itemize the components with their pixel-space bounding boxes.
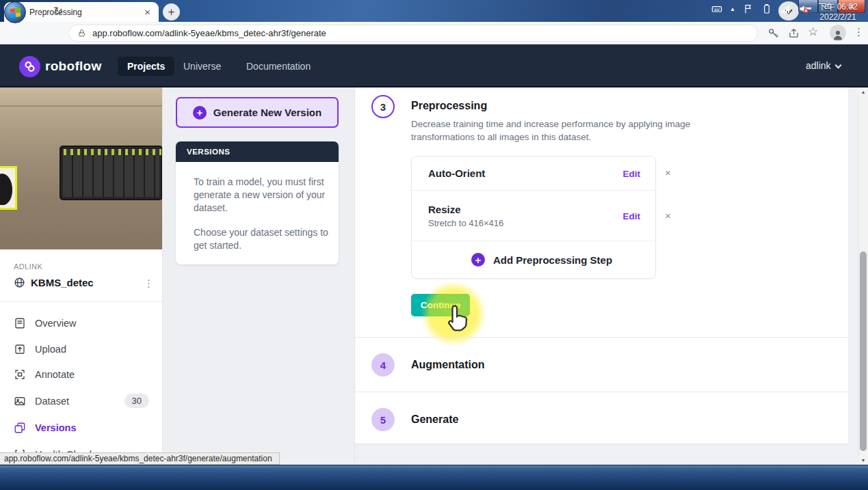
versions-card-paragraph-2: Choose your dataset settings to get star… xyxy=(194,226,329,252)
versions-icon xyxy=(14,422,26,434)
url-text: app.roboflow.com/adlink-5yeae/kbms_detec… xyxy=(92,28,326,38)
address-bar[interactable]: app.roboflow.com/adlink-5yeae/kbms_detec… xyxy=(68,25,758,42)
tab-title: Preprocessing xyxy=(29,8,142,17)
clock-time: 下午 06:02 xyxy=(811,2,865,12)
battery-icon[interactable] xyxy=(761,3,772,14)
start-button[interactable] xyxy=(4,1,26,23)
windows-logo-icon xyxy=(10,8,21,18)
action-center-flag-icon[interactable] xyxy=(743,3,754,14)
project-name: KBMS_detec xyxy=(31,277,94,288)
sidebar-item-annotate[interactable]: Annotate xyxy=(0,362,163,387)
mouse-annotation-box xyxy=(0,166,17,210)
keyboard-in-photo xyxy=(60,146,163,200)
scroll-up-arrow[interactable]: ▲ xyxy=(858,87,868,96)
sidebar-item-versions[interactable]: Versions xyxy=(0,415,163,440)
divider xyxy=(0,301,163,302)
windows-taskbar xyxy=(0,465,868,490)
plus-icon: + xyxy=(193,106,207,120)
annotate-icon xyxy=(14,368,26,381)
annotation-marks xyxy=(64,149,161,155)
volume-muted-icon[interactable] xyxy=(798,3,809,14)
step-5-title: Generate xyxy=(411,413,458,426)
step-4-row[interactable]: 4 Augmentation xyxy=(355,338,848,392)
versions-card-paragraph-1: To train a model, you must first generat… xyxy=(194,176,329,215)
step-5-row[interactable]: 5 Generate xyxy=(355,392,848,447)
share-icon[interactable] xyxy=(787,26,800,40)
browser-menu-icon[interactable]: ⋮ xyxy=(854,26,864,38)
plus-icon: + xyxy=(471,253,485,267)
scrollbar-thumb[interactable] xyxy=(860,251,867,451)
versions-card: VERSIONS To train a model, you must firs… xyxy=(176,141,339,264)
step-3-circle: 3 xyxy=(371,95,395,118)
dataset-count-badge: 30 xyxy=(124,394,149,408)
account-name: adlink xyxy=(806,60,831,71)
add-preprocessing-step-row[interactable]: + Add Preprocessing Step xyxy=(412,241,655,278)
screen: Preprocessing × + × ← → ↻ app.roboflow.c… xyxy=(0,0,868,490)
upload-icon xyxy=(14,343,26,355)
step-3-description: Decrease training time and increase perf… xyxy=(411,118,720,144)
sidebar-item-overview[interactable]: Overview xyxy=(0,310,163,336)
scroll-down-arrow[interactable]: ▼ xyxy=(858,456,868,465)
password-key-icon[interactable] xyxy=(766,26,780,40)
remove-resize-icon[interactable]: × xyxy=(665,210,671,221)
step-3-title: Preprocessing xyxy=(411,100,487,112)
status-link-bar: app.roboflow.com/adlink-5yeae/kbms_detec… xyxy=(0,452,280,465)
project-options-icon[interactable]: ⋮ xyxy=(144,277,154,290)
project-name-row[interactable]: KBMS_detec xyxy=(14,277,94,288)
globe-icon xyxy=(14,277,25,288)
dataset-icon xyxy=(14,395,26,407)
dataset-thumbnail-image xyxy=(0,87,163,249)
tray-expand-icon[interactable]: ▲ xyxy=(730,6,735,12)
browser-tab[interactable]: Preprocessing × xyxy=(4,2,159,22)
brand-name[interactable]: roboflow xyxy=(45,59,102,74)
edit-auto-orient-link[interactable]: Edit xyxy=(623,168,641,178)
new-tab-button[interactable]: + xyxy=(163,3,180,21)
sidebar-item-dataset[interactable]: Dataset 30 xyxy=(0,388,163,413)
remove-auto-orient-icon[interactable]: × xyxy=(665,167,671,178)
resize-detail: Stretch to 416×416 xyxy=(428,218,655,228)
generate-steps-panel: 3 Preprocessing Decrease training time a… xyxy=(355,87,848,444)
generate-new-version-button[interactable]: + Generate New Version xyxy=(176,97,339,128)
step-4-title: Augmentation xyxy=(411,359,485,371)
preprocessing-steps-card: Auto-Orient Edit Resize Stretch to 416×4… xyxy=(411,156,656,279)
project-sidebar: ADLINK KBMS_detec ⋮ Overview Upload Anno… xyxy=(0,87,163,465)
preprocessing-row-resize: Resize Stretch to 416×416 Edit xyxy=(412,191,655,241)
overview-icon xyxy=(14,317,26,329)
mouse-in-photo xyxy=(0,174,12,205)
forward-button[interactable]: → xyxy=(31,4,43,18)
sidebar-item-upload[interactable]: Upload xyxy=(0,336,163,362)
roboflow-logo-icon[interactable] xyxy=(19,56,40,77)
preprocessing-row-auto-orient: Auto-Orient Edit xyxy=(412,156,655,191)
clock-date: 2022/2/21 xyxy=(811,12,865,23)
lock-icon xyxy=(77,29,86,38)
keyboard-tray-icon[interactable] xyxy=(711,3,722,14)
workspace-label: ADLINK xyxy=(14,262,42,271)
system-tray: ▲ xyxy=(711,3,809,14)
continue-button[interactable]: Continue xyxy=(411,294,470,316)
network-signal-icon[interactable] xyxy=(780,3,791,14)
profile-avatar[interactable] xyxy=(830,25,846,41)
tab-close-icon[interactable]: × xyxy=(142,6,153,18)
reload-button[interactable]: ↻ xyxy=(53,4,63,18)
bookmark-star-icon[interactable]: ☆ xyxy=(808,25,818,39)
step-4-circle: 4 xyxy=(371,353,395,377)
nav-item-documentation[interactable]: Documentation xyxy=(237,57,320,76)
nav-item-projects[interactable]: Projects xyxy=(118,57,174,76)
account-menu[interactable]: adlink xyxy=(806,60,841,71)
versions-card-header: VERSIONS xyxy=(176,141,339,162)
chevron-down-icon xyxy=(834,62,841,68)
step-5-circle: 5 xyxy=(371,408,395,431)
nav-item-universe[interactable]: Universe xyxy=(174,57,231,76)
desk-seam xyxy=(0,105,163,107)
edit-resize-link[interactable]: Edit xyxy=(623,210,641,221)
taskbar-clock[interactable]: 下午 06:02 2022/2/21 xyxy=(811,2,865,23)
